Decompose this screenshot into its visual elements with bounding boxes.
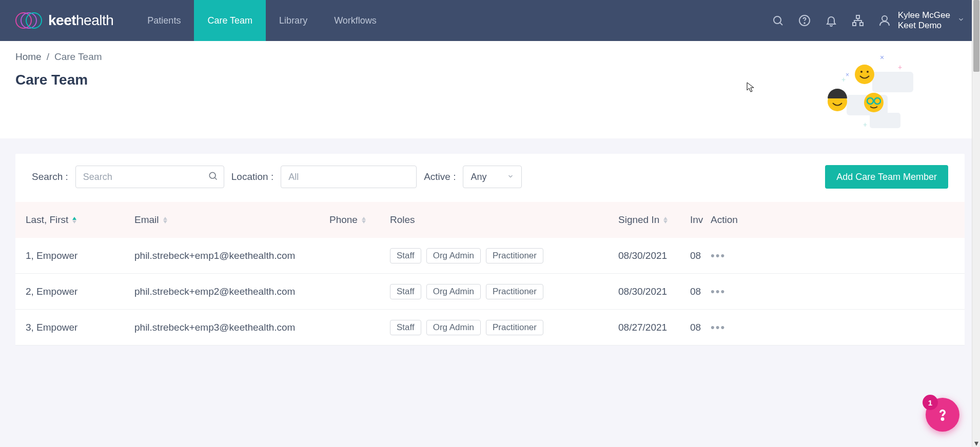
role-chip: Staff [390,248,421,263]
col-phone[interactable]: Phone [329,214,390,226]
cell-email: phil.strebeck+emp3@keethealth.com [134,322,329,333]
org-chart-icon[interactable] [852,14,864,27]
care-team-table: Last, First Email Phone Roles Signed In … [15,202,965,346]
svg-marker-27 [72,220,76,223]
top-nav: keethealth Patients Care Team Library Wo… [0,0,980,41]
question-icon [934,406,951,423]
nav-workflows[interactable]: Workflows [321,0,390,41]
role-chip: Org Admin [426,320,481,335]
scrollbar-down-icon[interactable]: ▾ [972,439,980,447]
user-text: Kylee McGee Keet Demo [898,10,950,31]
row-actions[interactable]: ••• [711,321,752,334]
nav-links: Patients Care Team Library Workflows [134,0,389,41]
breadcrumb-home[interactable]: Home [15,51,42,63]
location-label: Location : [231,171,273,182]
cell-email: phil.strebeck+emp2@keethealth.com [134,286,329,297]
svg-point-13 [867,71,869,73]
svg-point-24 [209,172,215,178]
header-illustration: × + + + × [816,51,918,133]
sort-icon [663,217,668,223]
role-chip: Staff [390,320,421,335]
breadcrumb-sep: / [47,51,49,63]
role-chip: Practitioner [486,284,543,299]
help-fab[interactable]: 1 [926,398,959,432]
svg-marker-30 [362,217,366,220]
svg-rect-4 [856,15,859,18]
help-icon[interactable] [798,14,811,27]
role-chip: Practitioner [486,248,543,263]
nav-care-team[interactable]: Care Team [194,0,266,41]
search-label: Search : [32,171,68,182]
cell-name: 3, Empower [26,322,134,333]
sort-icon [163,217,167,223]
svg-text:+: + [841,75,846,84]
scrollbar-thumb[interactable] [973,0,979,72]
filters-bar: Search : Location : Active : Any Add Car… [15,165,965,202]
active-value: Any [471,172,486,182]
svg-rect-5 [853,23,856,26]
bell-icon[interactable] [825,14,837,27]
table-row: 1, Empowerphil.strebeck+emp1@keethealth.… [15,238,965,274]
chevron-down-icon [957,16,965,25]
user-org: Keet Demo [898,21,950,31]
cell-signed-in: 08/30/2021 [618,286,690,297]
location-input[interactable] [281,166,417,188]
table-row: 3, Empowerphil.strebeck+emp3@keethealth.… [15,310,965,346]
svg-point-12 [860,71,863,73]
cell-name: 2, Empower [26,286,134,297]
cell-name: 1, Empower [26,250,134,261]
col-name[interactable]: Last, First [26,214,134,226]
logo-text: keethealth [48,12,113,29]
nav-patients[interactable]: Patients [134,0,194,41]
col-email[interactable]: Email [134,214,329,226]
sort-icon [362,217,366,223]
svg-marker-31 [362,220,366,223]
svg-line-25 [215,178,217,180]
nav-right: Kylee McGee Keet Demo [772,10,965,31]
active-select[interactable]: Any [463,166,522,188]
svg-text:×: × [880,53,884,62]
care-team-card: Search : Location : Active : Any Add Car… [15,154,965,346]
col-signed-in[interactable]: Signed In [618,214,690,226]
col-action: Action [711,214,752,226]
add-care-team-button[interactable]: Add Care Team Member [825,165,948,189]
role-chip: Org Admin [426,284,481,299]
user-name: Kylee McGee [898,10,950,21]
svg-text:+: + [898,63,902,71]
svg-rect-6 [860,23,863,26]
cell-invite: 08 [690,322,711,333]
breadcrumb-current: Care Team [54,51,102,63]
cell-signed-in: 08/30/2021 [618,250,690,261]
search-icon[interactable] [772,14,784,27]
col-invite[interactable]: Inv [690,214,711,226]
chevron-down-icon [507,172,514,182]
svg-rect-10 [870,113,900,128]
svg-point-34 [942,418,943,420]
role-chip: Org Admin [426,248,481,263]
table-row: 2, Empowerphil.strebeck+emp2@keethealth.… [15,274,965,310]
cell-roles: StaffOrg AdminPractitioner [390,248,618,263]
svg-point-7 [882,16,887,21]
logo-rings-icon [15,10,42,31]
search-input[interactable] [75,166,224,188]
row-actions[interactable]: ••• [711,285,752,298]
help-badge: 1 [923,395,938,410]
svg-point-11 [855,65,874,84]
scrollbar[interactable]: ▾ [972,0,980,447]
nav-library[interactable]: Library [266,0,321,41]
svg-line-1 [780,23,782,26]
svg-marker-33 [663,220,668,223]
row-actions[interactable]: ••• [711,249,752,262]
svg-marker-32 [663,217,668,220]
cell-signed-in: 08/27/2021 [618,322,690,333]
cell-invite: 08 [690,286,711,297]
logo[interactable]: keethealth [15,10,113,31]
col-roles: Roles [390,214,618,226]
svg-marker-26 [72,217,76,220]
active-label: Active : [424,171,456,182]
user-menu[interactable]: Kylee McGee Keet Demo [878,10,965,31]
cell-invite: 08 [690,250,711,261]
search-icon[interactable] [208,171,218,183]
cell-email: phil.strebeck+emp1@keethealth.com [134,250,329,261]
svg-marker-28 [163,217,167,220]
